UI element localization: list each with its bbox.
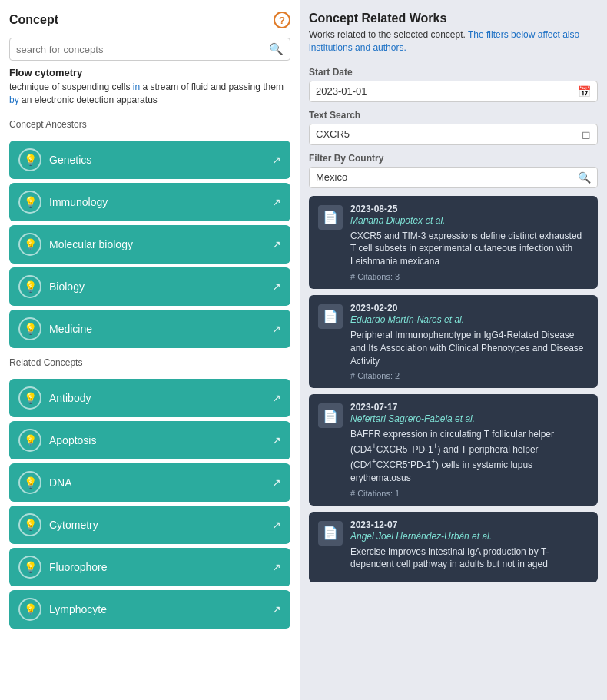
flow-cytometry-description: technique of suspending cells in a strea… [9,81,290,107]
result-card-0[interactable]: 📄 2023-08-25 Mariana Diupotex et al. CXC… [309,196,598,289]
result-title-3: Exercise improves intestinal IgA product… [350,546,589,572]
external-link-icon-medicine[interactable]: ↗ [272,323,281,335]
result-authors-1: Eduardo Martín-Nares et al. [350,314,589,325]
concept-item-biology[interactable]: 💡 Biology ↗ [9,267,290,306]
text-search-filter: Text Search ◻ [309,110,598,145]
concept-bulb-icon-antibody: 💡 [18,386,41,410]
country-search-icon[interactable]: 🔍 [578,171,591,184]
external-link-icon-lymphocyte[interactable]: ↗ [272,603,281,615]
concept-item-antibody[interactable]: 💡 Antibody ↗ [9,379,290,417]
right-header: Concept Related Works Works related to t… [309,12,598,59]
result-doc-icon-0: 📄 [318,205,343,230]
concept-bulb-icon-apoptosis: 💡 [18,429,41,452]
concept-item-medicine[interactable]: 💡 Medicine ↗ [9,310,290,348]
result-card-2[interactable]: 📄 2023-07-17 Nefertari Sagrero-Fabela et… [309,394,598,505]
concept-label-molecular-biology: Molecular biology [49,238,133,250]
country-filter: Filter By Country 🔍 [309,153,598,188]
result-date-2: 2023-07-17 [350,402,589,413]
result-authors-0: Mariana Diupotex et al. [350,215,589,226]
result-date-1: 2023-02-20 [350,303,589,314]
results-list: 📄 2023-08-25 Mariana Diupotex et al. CXC… [309,196,598,583]
result-card-3[interactable]: 📄 2023-12-07 Angel Joel Hernández-Urbán … [309,512,598,583]
panel-title: Concept [9,13,58,27]
concept-search-input[interactable] [16,44,269,55]
start-date-input[interactable] [316,85,578,97]
start-date-label: Start Date [309,67,598,78]
concept-label-antibody: Antibody [49,392,91,404]
flow-cytometry-section: Flow cytometry technique of suspending c… [9,67,290,107]
result-title-1: Peripheral Immunophenotype in IgG4-Relat… [350,329,589,367]
concept-bulb-icon-molecular-biology: 💡 [18,233,41,256]
concept-search-box[interactable]: 🔍 [9,38,290,61]
country-input[interactable] [316,171,578,183]
ancestors-label: Concept Ancestors [9,119,290,130]
text-search-label: Text Search [309,110,598,121]
result-citations-0: # Citations: 3 [350,272,589,281]
text-search-input-row[interactable]: ◻ [309,124,598,145]
external-link-icon-molecular-biology[interactable]: ↗ [272,238,281,250]
concept-item-apoptosis[interactable]: 💡 Apoptosis ↗ [9,421,290,459]
start-date-filter: Start Date 📅 [309,67,598,102]
panel-header: Concept ? [9,12,290,28]
right-panel: Concept Related Works Works related to t… [300,0,607,700]
concept-bulb-icon-dna: 💡 [18,471,41,494]
left-panel: Concept ? 🔍 Flow cytometry technique of … [0,0,300,700]
country-input-row[interactable]: 🔍 [309,167,598,188]
result-doc-icon-1: 📄 [318,304,343,329]
result-authors-3: Angel Joel Hernández-Urbán et al. [350,531,589,542]
concept-bulb-icon-fluorophore: 💡 [18,556,41,579]
help-icon[interactable]: ? [274,12,290,28]
concept-label-medicine: Medicine [49,323,92,335]
concept-label-biology: Biology [49,280,85,293]
concept-bulb-icon-biology: 💡 [18,275,41,298]
concept-item-fluorophore[interactable]: 💡 Fluorophore ↗ [9,548,290,586]
concept-label-fluorophore: Fluorophore [49,561,108,573]
result-date-3: 2023-12-07 [350,519,589,530]
result-title-0: CXCR5 and TIM-3 expressions define disti… [350,230,589,268]
right-description: Works related to the selected concept. T… [309,28,598,55]
related-list: 💡 Antibody ↗ 💡 Apoptosis ↗ 💡 DNA ↗ 💡 Cyt… [9,379,290,629]
external-link-icon-cytometry[interactable]: ↗ [272,519,281,531]
concept-label-lymphocyte: Lymphocyte [49,603,107,615]
right-title: Concept Related Works [309,12,598,25]
concept-label-genetics: Genetics [49,154,91,166]
concept-item-genetics[interactable]: 💡 Genetics ↗ [9,141,290,179]
concept-search-icon[interactable]: 🔍 [269,42,284,56]
concept-item-dna[interactable]: 💡 DNA ↗ [9,463,290,502]
calendar-icon[interactable]: 📅 [578,85,591,98]
external-link-icon-apoptosis[interactable]: ↗ [272,434,281,446]
concept-bulb-icon-immunology: 💡 [18,191,41,214]
concept-label-cytometry: Cytometry [49,519,98,531]
concept-bulb-icon-lymphocyte: 💡 [18,598,41,621]
concept-bulb-icon-cytometry: 💡 [18,513,41,536]
concept-bulb-icon-genetics: 💡 [18,148,41,171]
external-link-icon-fluorophore[interactable]: ↗ [272,561,281,573]
result-doc-icon-2: 📄 [318,403,343,428]
external-link-icon-antibody[interactable]: ↗ [272,392,281,404]
concept-label-immunology: Immunology [49,196,108,208]
external-link-icon-dna[interactable]: ↗ [272,476,281,489]
filter-funnel-icon[interactable]: ◻ [582,128,591,141]
concept-item-immunology[interactable]: 💡 Immunology ↗ [9,183,290,221]
result-date-0: 2023-08-25 [350,204,589,214]
concept-bulb-icon-medicine: 💡 [18,317,41,340]
concept-label-dna: DNA [49,476,72,489]
concept-label-apoptosis: Apoptosis [49,434,96,446]
flow-cytometry-title: Flow cytometry [9,67,290,78]
external-link-icon-genetics[interactable]: ↗ [272,154,281,166]
ancestors-list: 💡 Genetics ↗ 💡 Immunology ↗ 💡 Molecular … [9,141,290,348]
concept-item-cytometry[interactable]: 💡 Cytometry ↗ [9,506,290,544]
concept-item-molecular-biology[interactable]: 💡 Molecular biology ↗ [9,225,290,264]
external-link-icon-immunology[interactable]: ↗ [272,196,281,208]
result-doc-icon-3: 📄 [318,521,343,546]
result-title-2: BAFFR expression in circulating T follic… [350,428,589,484]
start-date-input-row[interactable]: 📅 [309,81,598,102]
result-authors-2: Nefertari Sagrero-Fabela et al. [350,413,589,424]
related-label: Related Concepts [9,357,290,368]
concept-item-lymphocyte[interactable]: 💡 Lymphocyte ↗ [9,590,290,629]
text-search-input[interactable] [316,128,582,140]
country-filter-label: Filter By Country [309,153,598,164]
result-card-1[interactable]: 📄 2023-02-20 Eduardo Martín-Nares et al.… [309,295,598,388]
result-citations-2: # Citations: 1 [350,489,589,498]
external-link-icon-biology[interactable]: ↗ [272,280,281,293]
